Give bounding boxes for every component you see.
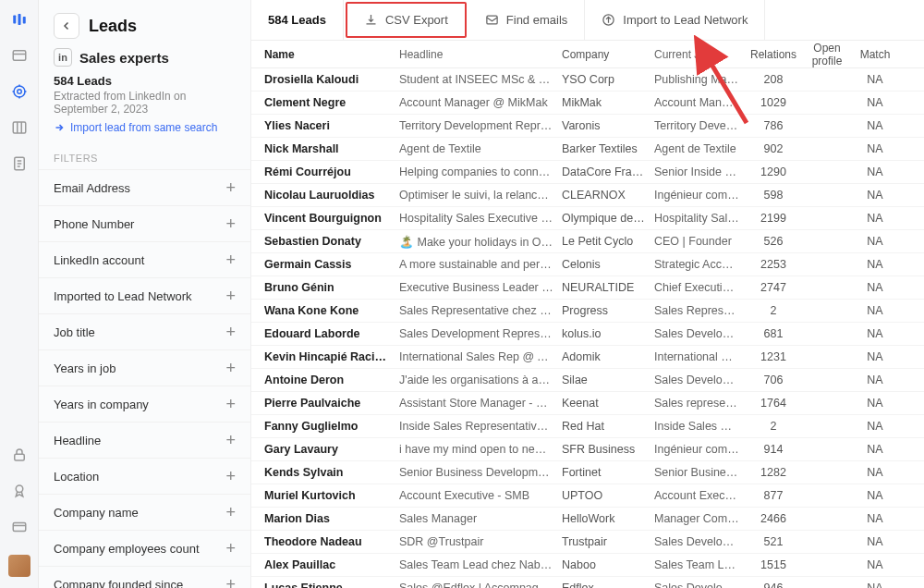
table-row[interactable]: Nicolau LauruoldiasOptimiser le suivi, l… — [251, 184, 924, 207]
csv-export-label: CSV Export — [385, 13, 448, 27]
import-link[interactable]: Import lead from same search — [54, 121, 236, 134]
table-row[interactable]: Antoine DeronJ'aide les organisations à … — [251, 369, 924, 392]
filter-row[interactable]: Phone Number+ — [39, 205, 250, 241]
table-row[interactable]: Kevin Hincapié RacinesInternational Sale… — [251, 346, 924, 369]
table-row[interactable]: Muriel KurtovichAccount Executive - SMBU… — [251, 484, 924, 508]
filter-row[interactable]: Years in job+ — [39, 349, 250, 386]
cell-headline: Agent de Textile — [399, 142, 562, 155]
table-row[interactable]: Edouard LabordeSales Development Represe… — [251, 323, 924, 346]
filter-row[interactable]: LinkedIn account+ — [39, 241, 250, 277]
cell-relations: 1764 — [747, 397, 800, 410]
col-name[interactable]: Name — [264, 48, 399, 61]
table-row[interactable]: Marion DiasSales ManagerHelloWorkManager… — [251, 508, 924, 531]
cell-job: Sales Development... — [654, 327, 747, 340]
doc-icon[interactable] — [11, 155, 28, 175]
table-row[interactable]: Clement NegreAccount Manager @ MikMakMik… — [251, 92, 924, 115]
cell-name: Wana Kone Kone — [264, 304, 399, 317]
filter-row[interactable]: Company name+ — [39, 494, 250, 530]
col-match[interactable]: Match — [854, 48, 896, 61]
svg-rect-11 — [487, 16, 497, 24]
csv-export-button[interactable]: CSV Export — [346, 2, 467, 38]
avatar[interactable] — [8, 555, 30, 577]
back-button[interactable] — [54, 13, 79, 39]
col-company[interactable]: Company — [562, 48, 654, 61]
col-job[interactable]: Current Job — [654, 48, 747, 61]
plus-icon: + — [225, 576, 236, 588]
filters-heading: FILTERS — [39, 143, 250, 169]
cell-headline: Optimiser le suivi, la relance et le pai… — [399, 189, 562, 202]
cell-relations: 786 — [747, 119, 800, 132]
table-row[interactable]: Nick MarshallAgent de TextileBarker Text… — [251, 138, 924, 161]
col-open[interactable]: Open profile — [800, 42, 854, 67]
cell-name: Sebastien Donaty — [264, 235, 399, 248]
cell-match: NA — [854, 73, 896, 86]
filter-row[interactable]: Location+ — [39, 458, 250, 494]
plus-icon: + — [225, 468, 236, 484]
cell-company: NEURALTIDE — [562, 281, 654, 294]
table-row[interactable]: Sebastien Donaty🏝️ Make your holidays in… — [251, 230, 924, 253]
filter-row[interactable]: Imported to Lead Network+ — [39, 277, 250, 313]
filter-label: Phone Number — [54, 217, 134, 231]
cell-name: Edouard Laborde — [264, 327, 399, 340]
cell-job: Sales Team Lead — [654, 558, 747, 571]
cell-headline: International Sales Rep @ Adomik | ... — [399, 350, 562, 363]
cell-name: Antoine Deron — [264, 374, 399, 386]
award-icon[interactable] — [11, 483, 28, 502]
plus-icon: + — [225, 540, 236, 557]
board-icon[interactable] — [11, 119, 28, 139]
cell-name: Nick Marshall — [264, 142, 399, 155]
table-row[interactable]: Drosiella KaloudiStudent at INSEEC MSc &… — [251, 68, 924, 92]
inbox-icon[interactable] — [11, 47, 28, 67]
cell-name: Muriel Kurtovich — [264, 489, 399, 502]
card-icon[interactable] — [11, 519, 28, 538]
table-row[interactable]: Germain CassisA more sustainable and per… — [251, 253, 924, 276]
table-row[interactable]: Pierre PaulvaicheAssistant Store Manager… — [251, 392, 924, 415]
table-row[interactable]: Bruno GéninExecutive Business Leader – E… — [251, 276, 924, 300]
filter-row[interactable]: Headline+ — [39, 422, 250, 458]
target-icon[interactable] — [11, 83, 28, 103]
table-row[interactable]: Vincent BourguignonHospitality Sales Exe… — [251, 207, 924, 230]
cell-match: NA — [854, 374, 896, 386]
cell-company: Adomik — [562, 350, 654, 363]
plus-icon: + — [225, 324, 236, 340]
cell-name: Marion Dias — [264, 512, 399, 525]
cell-relations: 2 — [747, 304, 800, 317]
svg-rect-6 — [13, 122, 26, 133]
cell-match: NA — [854, 420, 896, 433]
table-row[interactable]: Rémi CourréjouHelping companies to conne… — [251, 161, 924, 184]
table-row[interactable]: Wana Kone KoneSales Representative chez … — [251, 300, 924, 323]
table-row[interactable]: Ylies NaceriTerritory Development Repres… — [251, 115, 924, 138]
cell-match: NA — [854, 96, 896, 109]
cell-company: HelloWork — [562, 512, 654, 525]
table-row[interactable]: Theodore NadeauSDR @TrustpairTrustpairSa… — [251, 531, 924, 554]
filter-row[interactable]: Job title+ — [39, 313, 250, 349]
cell-match: NA — [854, 189, 896, 202]
download-icon — [364, 13, 378, 27]
col-relations[interactable]: Relations — [747, 48, 800, 61]
table-header: Name Headline Company Current Job Relati… — [251, 41, 924, 68]
filter-row[interactable]: Years in company+ — [39, 386, 250, 422]
cell-relations: 914 — [747, 443, 800, 456]
filter-row[interactable]: Email Address+ — [39, 169, 250, 205]
nav-rail — [0, 0, 39, 588]
lock-icon[interactable] — [11, 447, 28, 466]
plus-icon: + — [225, 251, 236, 268]
sidebar: Leads in Sales experts 584 Leads Extract… — [39, 0, 251, 588]
table-row[interactable]: Kends SylvainSenior Business Development… — [251, 461, 924, 484]
table-row[interactable]: Gary Lavauryi have my mind open to new o… — [251, 438, 924, 461]
find-emails-button[interactable]: Find emails — [468, 0, 585, 40]
cell-match: NA — [854, 258, 896, 271]
table-row[interactable]: Fanny GuglielmoInside Sales Representati… — [251, 415, 924, 438]
filter-row[interactable]: Company employees count+ — [39, 530, 250, 566]
cell-job: Account Manager — [654, 96, 747, 109]
table-row[interactable]: Lucas EtienneSales @Edflex | Accompagner… — [251, 577, 924, 588]
col-headline[interactable]: Headline — [399, 48, 562, 61]
cell-headline: Sales Team Lead chez Naboo | Part... — [399, 558, 562, 571]
filter-row[interactable]: Company founded since+ — [39, 566, 250, 588]
logo-icon[interactable] — [11, 11, 28, 31]
cell-relations: 706 — [747, 374, 800, 386]
page-title: Leads — [89, 17, 137, 36]
cell-company: DataCore France — [562, 165, 654, 178]
import-network-button[interactable]: Import to Lead Network — [585, 0, 765, 40]
table-row[interactable]: Alex PauillacSales Team Lead chez Naboo … — [251, 554, 924, 577]
